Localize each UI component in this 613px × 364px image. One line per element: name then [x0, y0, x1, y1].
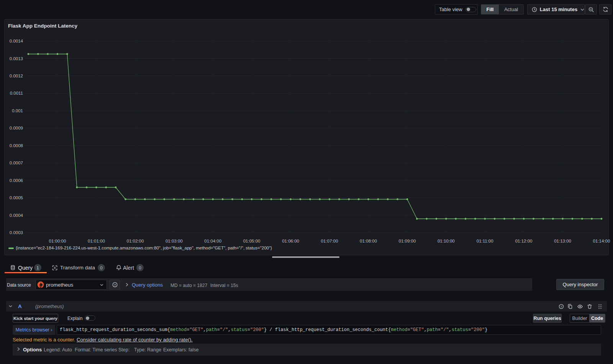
- svg-text:01:13:00: 01:13:00: [554, 239, 571, 243]
- svg-text:0.0003: 0.0003: [10, 230, 23, 235]
- svg-text:01:10:00: 01:10:00: [438, 239, 455, 243]
- svg-text:01:14:00: 01:14:00: [593, 239, 610, 243]
- svg-text:01:03:00: 01:03:00: [166, 239, 183, 243]
- svg-text:0.0004: 0.0004: [10, 213, 23, 218]
- svg-text:01:11:00: 01:11:00: [477, 239, 493, 243]
- svg-text:0.0009: 0.0009: [10, 126, 23, 130]
- svg-text:0.0008: 0.0008: [10, 143, 23, 148]
- svg-text:?: ?: [114, 283, 116, 287]
- svg-text:0.0013: 0.0013: [10, 56, 23, 61]
- svg-text:01:08:00: 01:08:00: [360, 239, 377, 243]
- svg-text:0.0005: 0.0005: [10, 195, 23, 200]
- svg-text:01:12:00: 01:12:00: [515, 239, 533, 243]
- svg-text:01:04:00: 01:04:00: [204, 239, 221, 243]
- svg-text:0.0006: 0.0006: [10, 178, 23, 183]
- svg-text:01:01:00: 01:01:00: [88, 239, 105, 243]
- svg-text:01:06:00: 01:06:00: [282, 239, 299, 243]
- svg-text:0.0014: 0.0014: [10, 39, 23, 43]
- svg-text:0.001: 0.001: [12, 108, 23, 113]
- svg-text:01:09:00: 01:09:00: [399, 239, 416, 243]
- svg-text:01:05:00: 01:05:00: [243, 239, 261, 243]
- svg-text:0.0012: 0.0012: [10, 74, 23, 78]
- svg-text:?: ?: [561, 305, 562, 308]
- svg-text:01:07:00: 01:07:00: [321, 239, 338, 243]
- svg-text:01:02:00: 01:02:00: [127, 239, 144, 243]
- svg-text:01:00:00: 01:00:00: [49, 239, 66, 243]
- svg-text:0.0007: 0.0007: [10, 161, 23, 165]
- svg-text:0.0011: 0.0011: [10, 91, 23, 95]
